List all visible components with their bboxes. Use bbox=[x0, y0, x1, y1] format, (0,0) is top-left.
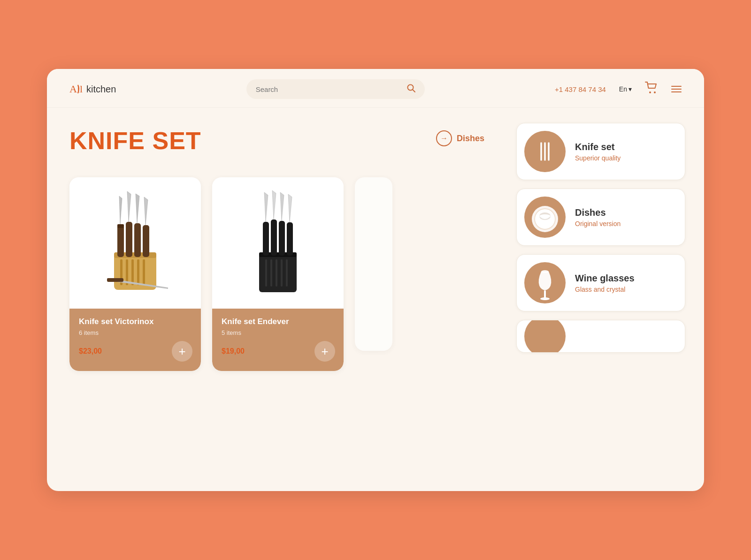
svg-rect-14 bbox=[126, 222, 132, 257]
product-card-2: Knife set Endever 5 items $19,00 + bbox=[212, 177, 344, 371]
category-card-knife[interactable]: Knife set Superior quality bbox=[516, 123, 685, 180]
knife-set-endever-image bbox=[231, 187, 325, 299]
page-title: KNIFE SET bbox=[69, 127, 201, 155]
product-image-1 bbox=[69, 177, 201, 309]
svg-rect-23 bbox=[281, 259, 283, 287]
svg-point-4 bbox=[654, 91, 656, 93]
product-card: Knife set Victorinox 6 items $23,00 + bbox=[69, 177, 201, 371]
product-info-1: Knife set Victorinox 6 items $23,00 + bbox=[69, 309, 201, 371]
search-icon[interactable] bbox=[407, 84, 415, 94]
logo-icon: All bbox=[69, 80, 84, 98]
svg-rect-24 bbox=[286, 259, 288, 287]
category-text-wine: Wine glasses Glass and crystal bbox=[575, 273, 674, 293]
arrow-circle-icon: → bbox=[436, 130, 452, 146]
cart-icon[interactable] bbox=[645, 82, 658, 97]
svg-rect-11 bbox=[143, 259, 145, 285]
svg-rect-16 bbox=[143, 225, 149, 257]
header: All kitchen +1 437 84 74 34 En ▾ bbox=[47, 69, 704, 108]
category-icon-partial bbox=[524, 320, 566, 353]
product-footer-1: $23,00 + bbox=[79, 341, 192, 362]
category-name-knife: Knife set bbox=[575, 142, 674, 152]
hamburger-menu-icon[interactable] bbox=[671, 86, 682, 92]
category-icon-knife bbox=[524, 131, 566, 172]
category-sub-wine: Glass and crystal bbox=[575, 286, 674, 293]
wine-glass-category-icon bbox=[524, 262, 566, 303]
logo-text: kitchen bbox=[86, 84, 116, 95]
add-to-cart-button-1[interactable]: + bbox=[172, 341, 192, 362]
left-panel: KNIFE SET → Dishes bbox=[47, 108, 507, 491]
svg-rect-15 bbox=[134, 223, 141, 257]
main-container: All kitchen +1 437 84 74 34 En ▾ bbox=[47, 69, 704, 491]
product-image-2 bbox=[212, 177, 344, 309]
product-info-2: Knife set Endever 5 items $19,00 + bbox=[212, 309, 344, 371]
product-items-1: 6 items bbox=[79, 329, 192, 336]
category-card-wine[interactable]: Wine glasses Glass and crystal bbox=[516, 254, 685, 311]
svg-line-2 bbox=[413, 90, 415, 92]
product-footer-2: $19,00 + bbox=[222, 341, 335, 362]
svg-rect-9 bbox=[131, 259, 134, 285]
svg-rect-22 bbox=[276, 259, 277, 287]
category-name-dishes: Dishes bbox=[575, 207, 674, 218]
product-name-1: Knife set Victorinox bbox=[79, 317, 192, 326]
products-row: Knife set Victorinox 6 items $23,00 + bbox=[69, 177, 484, 371]
dishes-link[interactable]: → Dishes bbox=[436, 130, 484, 146]
svg-text:All: All bbox=[69, 83, 83, 95]
product-items-2: 5 items bbox=[222, 329, 335, 336]
svg-rect-27 bbox=[279, 221, 285, 256]
svg-rect-17 bbox=[107, 278, 123, 282]
svg-rect-26 bbox=[271, 219, 277, 256]
logo[interactable]: All kitchen bbox=[69, 80, 116, 98]
phone-number: +1 437 84 74 34 bbox=[555, 85, 606, 93]
knife-category-icon bbox=[533, 139, 557, 164]
search-bar bbox=[246, 79, 425, 99]
category-card-dishes[interactable]: Dishes Original version bbox=[516, 189, 685, 246]
svg-rect-28 bbox=[287, 222, 293, 256]
svg-rect-18 bbox=[259, 252, 297, 292]
category-text-dishes: Dishes Original version bbox=[575, 207, 674, 227]
category-name-wine: Wine glasses bbox=[575, 273, 674, 284]
category-icon-wine bbox=[524, 262, 566, 303]
svg-rect-20 bbox=[265, 259, 267, 287]
product-name-2: Knife set Endever bbox=[222, 317, 335, 326]
category-sub-knife: Superior quality bbox=[575, 154, 674, 162]
add-to-cart-button-2[interactable]: + bbox=[314, 341, 335, 362]
category-icon-dishes bbox=[524, 197, 566, 238]
svg-rect-25 bbox=[263, 222, 269, 256]
product-price-1: $23,00 bbox=[79, 347, 102, 356]
category-sub-dishes: Original version bbox=[575, 220, 674, 227]
svg-point-36 bbox=[541, 270, 549, 273]
dishes-category-icon bbox=[524, 197, 566, 238]
search-input[interactable] bbox=[256, 85, 402, 93]
product-card-partial bbox=[355, 177, 392, 351]
right-panel: Knife set Superior quality bbox=[507, 108, 704, 491]
product-price-2: $19,00 bbox=[222, 347, 245, 356]
svg-rect-21 bbox=[270, 259, 272, 287]
svg-rect-10 bbox=[137, 259, 139, 285]
svg-rect-13 bbox=[117, 224, 124, 228]
category-text-knife: Knife set Superior quality bbox=[575, 142, 674, 162]
content: KNIFE SET → Dishes bbox=[47, 108, 704, 491]
svg-point-3 bbox=[649, 91, 651, 93]
language-button[interactable]: En ▾ bbox=[619, 85, 632, 93]
svg-point-38 bbox=[540, 297, 550, 300]
category-card-partial[interactable] bbox=[516, 320, 685, 353]
svg-rect-12 bbox=[117, 224, 124, 257]
knife-set-victorinox-image bbox=[88, 187, 182, 299]
header-right: +1 437 84 74 34 En ▾ bbox=[555, 82, 682, 97]
